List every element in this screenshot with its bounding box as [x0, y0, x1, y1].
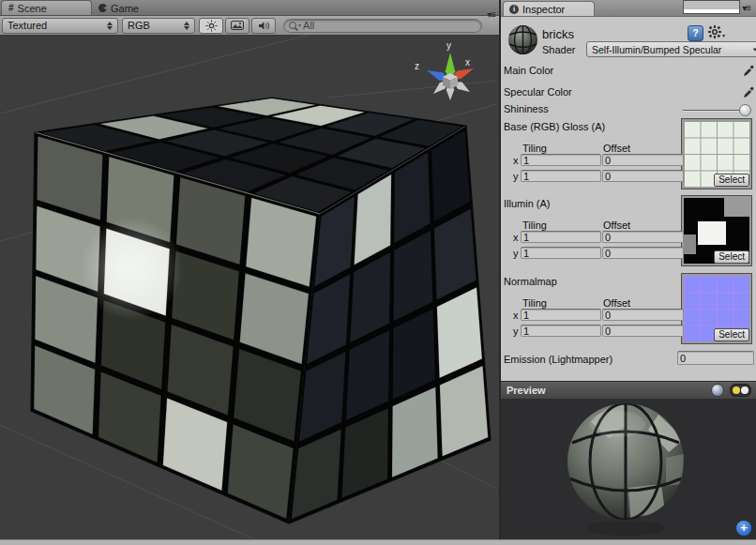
scene-overlay-toggle[interactable] [225, 18, 249, 34]
offset-label: Offset [603, 297, 630, 309]
texture-section-base: Base (RGB) Gloss (A) Select Tiling Offse… [501, 117, 756, 202]
emission-field[interactable] [677, 351, 754, 365]
base-offset-x-field[interactable] [602, 154, 684, 166]
x-label: x [513, 310, 519, 321]
tab-scene-label: Scene [18, 3, 47, 14]
shader-value: Self-Illumin/Bumped Specular [592, 44, 721, 55]
base-texture-thumbnail[interactable]: Select [682, 119, 751, 189]
illumin-texture-thumbnail[interactable]: Select [682, 196, 751, 265]
render-mode-value: Textured [8, 20, 47, 31]
chevron-down-icon [753, 48, 756, 51]
tiling-label: Tiling [522, 220, 547, 231]
normalmap-offset-y-field[interactable] [602, 325, 684, 337]
dropdown-arrows-icon [101, 22, 113, 30]
base-tiling-x-field[interactable] [521, 154, 601, 166]
inspector-panel: i Inspector ▾≡ bricks Shader Self-Illumi… [501, 0, 756, 540]
scene-viewport[interactable]: yxz [0, 35, 499, 540]
x-label: x [513, 232, 519, 243]
normalmap-tiling-y-field[interactable] [521, 325, 601, 337]
base-gloss-label: Base (RGB) Gloss (A) [504, 121, 605, 132]
search-filter-caret-icon: ▾ [298, 23, 301, 28]
emission-label: Emission (Lightmapper) [504, 354, 612, 365]
illumin-select-button[interactable]: Select [714, 250, 749, 264]
scene-toolbar: Textured RGB [0, 16, 499, 36]
preview-lighting-toggle-icon[interactable] [730, 384, 751, 397]
offset-label: Offset [603, 220, 630, 231]
scene-panel-menu-icon[interactable]: ▾≡ [487, 9, 495, 20]
scene-search-box[interactable]: ▾ [283, 19, 482, 33]
eyedropper-icon[interactable] [743, 86, 754, 98]
dropdown-arrows-icon [178, 22, 189, 30]
texture-section-illumin: Illumin (A) Select Tiling Offset x y [501, 194, 756, 279]
tab-inspector-label: Inspector [522, 4, 565, 15]
normalmap-select-button[interactable]: Select [714, 328, 749, 341]
render-mode-dropdown[interactable]: Textured [2, 18, 118, 34]
color-channel-value: RGB [128, 20, 150, 31]
scene-lighting-toggle[interactable] [199, 18, 223, 34]
scene-tab-bar: # Scene Game [0, 0, 499, 16]
tiling-label: Tiling [522, 143, 547, 154]
specular-color-label: Specular Color [504, 86, 572, 98]
orientation-gizmo: yxz [415, 40, 474, 100]
inspector-menu-icon[interactable]: ▾≡ [742, 3, 750, 13]
gizmo-axis-label-x: x [465, 57, 470, 68]
specular-color-swatch[interactable] [683, 0, 740, 14]
speaker-icon [258, 21, 270, 31]
gear-caret-icon: ▾ [722, 32, 725, 38]
tab-inspector[interactable]: i Inspector [503, 1, 595, 16]
search-icon [289, 22, 296, 29]
add-button[interactable]: + [736, 521, 751, 536]
tiling-label: Tiling [522, 297, 547, 309]
preview-sphere-toggle-icon[interactable] [711, 384, 724, 397]
gear-icon[interactable]: ▾ [708, 25, 725, 38]
scene-audio-toggle[interactable] [251, 18, 276, 34]
tab-game[interactable]: Game [92, 1, 156, 15]
y-label: y [513, 248, 519, 259]
shader-label: Shader [542, 44, 575, 55]
base-select-button[interactable]: Select [714, 174, 749, 187]
material-name: bricks [542, 27, 574, 41]
y-label: y [513, 171, 519, 182]
normalmap-tiling-x-field[interactable] [521, 309, 601, 321]
info-icon: i [509, 5, 519, 14]
illumin-tiling-y-field[interactable] [521, 247, 601, 259]
offset-label: Offset [603, 143, 630, 154]
game-icon [98, 4, 107, 12]
tab-scene[interactable]: # Scene [1, 0, 92, 15]
shininess-label: Shininess [504, 103, 549, 114]
base-offset-y-field[interactable] [602, 170, 684, 182]
gizmo-axis-label-y: y [446, 40, 451, 51]
color-channel-dropdown[interactable]: RGB [122, 18, 195, 34]
tab-game-label: Game [111, 3, 139, 14]
normalmap-texture-thumbnail[interactable]: Select [682, 274, 751, 343]
y-label: y [513, 325, 519, 337]
scene-panel: # Scene Game Textured RGB [0, 0, 499, 540]
shininess-slider-track[interactable] [683, 110, 745, 112]
base-tiling-y-field[interactable] [521, 170, 601, 182]
x-label: x [513, 155, 519, 166]
illumin-offset-y-field[interactable] [602, 247, 684, 259]
illumin-label: Illumin (A) [504, 198, 551, 209]
window-bottom-edge [0, 539, 756, 545]
material-preview-sphere [555, 399, 696, 540]
material-sphere-icon [507, 23, 539, 56]
eyedropper-icon[interactable] [743, 65, 754, 77]
main-color-label: Main Color [504, 65, 553, 76]
image-icon [231, 21, 244, 30]
normalmap-offset-x-field[interactable] [602, 309, 684, 321]
preview-area[interactable]: + [501, 399, 756, 540]
scene-grid-icon: # [8, 3, 14, 13]
texture-section-normalmap: Normalmap Select Tiling Offset x y [501, 272, 756, 356]
shader-dropdown[interactable]: Self-Illumin/Bumped Specular [586, 41, 756, 57]
gizmo-axis-label-z: z [415, 61, 419, 71]
alpha-bar [684, 9, 739, 13]
preview-header[interactable]: Preview [501, 381, 756, 400]
help-icon[interactable]: ? [688, 25, 703, 41]
normalmap-label: Normalmap [504, 276, 557, 287]
illumin-offset-x-field[interactable] [602, 231, 684, 243]
gear-glyph-icon [708, 25, 721, 38]
scene-search-input[interactable] [303, 20, 476, 31]
illumin-tiling-x-field[interactable] [521, 231, 601, 243]
shininess-slider-knob[interactable] [739, 104, 751, 116]
sun-icon [205, 20, 218, 32]
